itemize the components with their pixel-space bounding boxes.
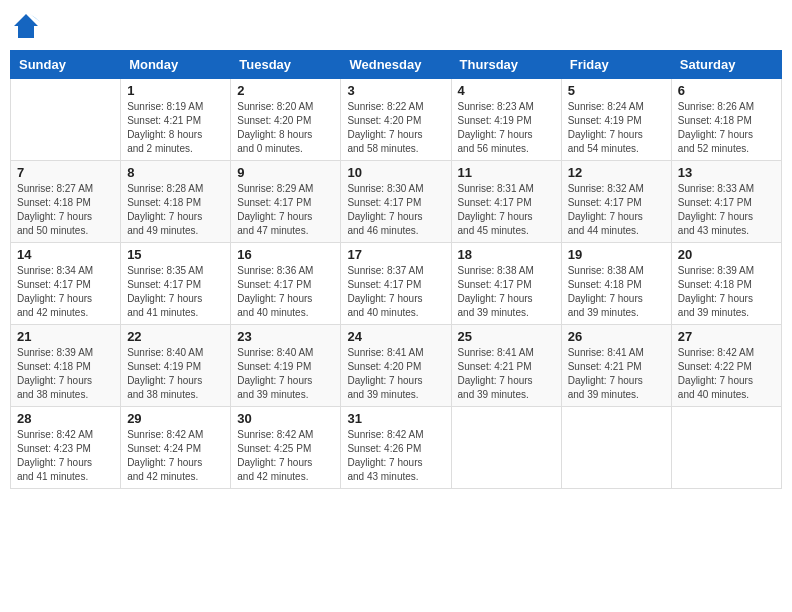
day-number: 15	[127, 247, 224, 262]
day-number: 12	[568, 165, 665, 180]
day-info: Sunrise: 8:20 AM Sunset: 4:20 PM Dayligh…	[237, 100, 334, 156]
calendar-cell	[561, 407, 671, 489]
day-number: 29	[127, 411, 224, 426]
day-info: Sunrise: 8:38 AM Sunset: 4:17 PM Dayligh…	[458, 264, 555, 320]
day-info: Sunrise: 8:40 AM Sunset: 4:19 PM Dayligh…	[237, 346, 334, 402]
calendar-cell: 31Sunrise: 8:42 AM Sunset: 4:26 PM Dayli…	[341, 407, 451, 489]
col-header-wednesday: Wednesday	[341, 51, 451, 79]
day-info: Sunrise: 8:42 AM Sunset: 4:22 PM Dayligh…	[678, 346, 775, 402]
calendar-week-row: 28Sunrise: 8:42 AM Sunset: 4:23 PM Dayli…	[11, 407, 782, 489]
day-info: Sunrise: 8:26 AM Sunset: 4:18 PM Dayligh…	[678, 100, 775, 156]
day-info: Sunrise: 8:41 AM Sunset: 4:21 PM Dayligh…	[568, 346, 665, 402]
calendar-cell	[11, 79, 121, 161]
calendar-cell: 14Sunrise: 8:34 AM Sunset: 4:17 PM Dayli…	[11, 243, 121, 325]
day-number: 3	[347, 83, 444, 98]
calendar-cell: 28Sunrise: 8:42 AM Sunset: 4:23 PM Dayli…	[11, 407, 121, 489]
day-info: Sunrise: 8:38 AM Sunset: 4:18 PM Dayligh…	[568, 264, 665, 320]
day-number: 20	[678, 247, 775, 262]
calendar-cell: 22Sunrise: 8:40 AM Sunset: 4:19 PM Dayli…	[121, 325, 231, 407]
day-info: Sunrise: 8:40 AM Sunset: 4:19 PM Dayligh…	[127, 346, 224, 402]
calendar-cell: 10Sunrise: 8:30 AM Sunset: 4:17 PM Dayli…	[341, 161, 451, 243]
day-info: Sunrise: 8:42 AM Sunset: 4:23 PM Dayligh…	[17, 428, 114, 484]
calendar-cell	[671, 407, 781, 489]
day-info: Sunrise: 8:31 AM Sunset: 4:17 PM Dayligh…	[458, 182, 555, 238]
col-header-thursday: Thursday	[451, 51, 561, 79]
day-info: Sunrise: 8:35 AM Sunset: 4:17 PM Dayligh…	[127, 264, 224, 320]
col-header-sunday: Sunday	[11, 51, 121, 79]
calendar-cell: 4Sunrise: 8:23 AM Sunset: 4:19 PM Daylig…	[451, 79, 561, 161]
day-info: Sunrise: 8:28 AM Sunset: 4:18 PM Dayligh…	[127, 182, 224, 238]
day-info: Sunrise: 8:19 AM Sunset: 4:21 PM Dayligh…	[127, 100, 224, 156]
day-info: Sunrise: 8:42 AM Sunset: 4:26 PM Dayligh…	[347, 428, 444, 484]
day-number: 8	[127, 165, 224, 180]
calendar-cell: 27Sunrise: 8:42 AM Sunset: 4:22 PM Dayli…	[671, 325, 781, 407]
calendar-cell: 13Sunrise: 8:33 AM Sunset: 4:17 PM Dayli…	[671, 161, 781, 243]
day-number: 31	[347, 411, 444, 426]
calendar-cell: 20Sunrise: 8:39 AM Sunset: 4:18 PM Dayli…	[671, 243, 781, 325]
day-number: 1	[127, 83, 224, 98]
day-number: 21	[17, 329, 114, 344]
day-number: 7	[17, 165, 114, 180]
day-number: 11	[458, 165, 555, 180]
day-number: 30	[237, 411, 334, 426]
col-header-saturday: Saturday	[671, 51, 781, 79]
calendar-cell: 5Sunrise: 8:24 AM Sunset: 4:19 PM Daylig…	[561, 79, 671, 161]
calendar-cell: 24Sunrise: 8:41 AM Sunset: 4:20 PM Dayli…	[341, 325, 451, 407]
calendar-cell: 7Sunrise: 8:27 AM Sunset: 4:18 PM Daylig…	[11, 161, 121, 243]
day-info: Sunrise: 8:30 AM Sunset: 4:17 PM Dayligh…	[347, 182, 444, 238]
day-number: 2	[237, 83, 334, 98]
day-number: 19	[568, 247, 665, 262]
day-info: Sunrise: 8:39 AM Sunset: 4:18 PM Dayligh…	[17, 346, 114, 402]
calendar-cell: 16Sunrise: 8:36 AM Sunset: 4:17 PM Dayli…	[231, 243, 341, 325]
day-number: 4	[458, 83, 555, 98]
svg-marker-0	[14, 14, 38, 38]
calendar-cell: 2Sunrise: 8:20 AM Sunset: 4:20 PM Daylig…	[231, 79, 341, 161]
day-number: 5	[568, 83, 665, 98]
day-number: 6	[678, 83, 775, 98]
day-info: Sunrise: 8:36 AM Sunset: 4:17 PM Dayligh…	[237, 264, 334, 320]
calendar-cell: 9Sunrise: 8:29 AM Sunset: 4:17 PM Daylig…	[231, 161, 341, 243]
calendar-cell: 29Sunrise: 8:42 AM Sunset: 4:24 PM Dayli…	[121, 407, 231, 489]
calendar-cell: 21Sunrise: 8:39 AM Sunset: 4:18 PM Dayli…	[11, 325, 121, 407]
calendar-week-row: 7Sunrise: 8:27 AM Sunset: 4:18 PM Daylig…	[11, 161, 782, 243]
day-number: 16	[237, 247, 334, 262]
calendar-header-row: SundayMondayTuesdayWednesdayThursdayFrid…	[11, 51, 782, 79]
logo	[10, 10, 46, 42]
logo-icon	[10, 10, 42, 42]
page-header	[10, 10, 782, 42]
day-number: 13	[678, 165, 775, 180]
day-info: Sunrise: 8:41 AM Sunset: 4:21 PM Dayligh…	[458, 346, 555, 402]
calendar-table: SundayMondayTuesdayWednesdayThursdayFrid…	[10, 50, 782, 489]
day-number: 18	[458, 247, 555, 262]
day-number: 24	[347, 329, 444, 344]
calendar-week-row: 14Sunrise: 8:34 AM Sunset: 4:17 PM Dayli…	[11, 243, 782, 325]
calendar-cell: 8Sunrise: 8:28 AM Sunset: 4:18 PM Daylig…	[121, 161, 231, 243]
day-info: Sunrise: 8:22 AM Sunset: 4:20 PM Dayligh…	[347, 100, 444, 156]
calendar-cell: 26Sunrise: 8:41 AM Sunset: 4:21 PM Dayli…	[561, 325, 671, 407]
day-info: Sunrise: 8:32 AM Sunset: 4:17 PM Dayligh…	[568, 182, 665, 238]
calendar-cell: 15Sunrise: 8:35 AM Sunset: 4:17 PM Dayli…	[121, 243, 231, 325]
day-info: Sunrise: 8:42 AM Sunset: 4:25 PM Dayligh…	[237, 428, 334, 484]
calendar-cell	[451, 407, 561, 489]
day-info: Sunrise: 8:27 AM Sunset: 4:18 PM Dayligh…	[17, 182, 114, 238]
day-info: Sunrise: 8:24 AM Sunset: 4:19 PM Dayligh…	[568, 100, 665, 156]
day-number: 14	[17, 247, 114, 262]
day-number: 26	[568, 329, 665, 344]
calendar-cell: 30Sunrise: 8:42 AM Sunset: 4:25 PM Dayli…	[231, 407, 341, 489]
calendar-cell: 19Sunrise: 8:38 AM Sunset: 4:18 PM Dayli…	[561, 243, 671, 325]
col-header-friday: Friday	[561, 51, 671, 79]
calendar-cell: 17Sunrise: 8:37 AM Sunset: 4:17 PM Dayli…	[341, 243, 451, 325]
calendar-week-row: 1Sunrise: 8:19 AM Sunset: 4:21 PM Daylig…	[11, 79, 782, 161]
day-info: Sunrise: 8:33 AM Sunset: 4:17 PM Dayligh…	[678, 182, 775, 238]
calendar-cell: 23Sunrise: 8:40 AM Sunset: 4:19 PM Dayli…	[231, 325, 341, 407]
day-number: 28	[17, 411, 114, 426]
calendar-cell: 12Sunrise: 8:32 AM Sunset: 4:17 PM Dayli…	[561, 161, 671, 243]
day-number: 25	[458, 329, 555, 344]
calendar-cell: 1Sunrise: 8:19 AM Sunset: 4:21 PM Daylig…	[121, 79, 231, 161]
calendar-cell: 6Sunrise: 8:26 AM Sunset: 4:18 PM Daylig…	[671, 79, 781, 161]
calendar-cell: 18Sunrise: 8:38 AM Sunset: 4:17 PM Dayli…	[451, 243, 561, 325]
day-info: Sunrise: 8:34 AM Sunset: 4:17 PM Dayligh…	[17, 264, 114, 320]
day-number: 17	[347, 247, 444, 262]
calendar-cell: 25Sunrise: 8:41 AM Sunset: 4:21 PM Dayli…	[451, 325, 561, 407]
day-info: Sunrise: 8:41 AM Sunset: 4:20 PM Dayligh…	[347, 346, 444, 402]
